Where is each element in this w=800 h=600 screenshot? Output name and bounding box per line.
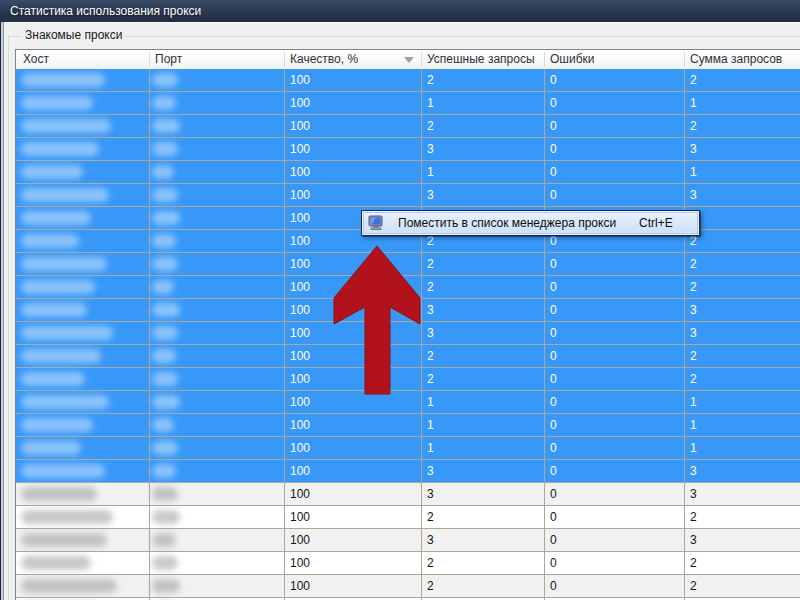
cell-quality: 100 bbox=[290, 276, 310, 298]
grid-vline bbox=[284, 69, 285, 600]
cell-success: 2 bbox=[427, 69, 434, 91]
table-row[interactable]: 100202 bbox=[16, 575, 800, 598]
cell-errors: 0 bbox=[550, 161, 557, 183]
table-row[interactable]: 100101 bbox=[16, 92, 800, 115]
cell-quality: 100 bbox=[290, 391, 310, 413]
port-redacted bbox=[152, 510, 180, 524]
cell-errors: 0 bbox=[550, 345, 557, 367]
table-row[interactable]: 100101 bbox=[16, 161, 800, 184]
host-redacted bbox=[21, 464, 105, 478]
cell-errors: 0 bbox=[550, 483, 557, 505]
context-menu: Поместить в список менеджера прокси Ctrl… bbox=[361, 210, 700, 236]
host-redacted bbox=[21, 96, 93, 110]
cell-quality: 100 bbox=[290, 322, 310, 344]
table-row[interactable]: 100303 bbox=[16, 322, 800, 345]
cell-total: 1 bbox=[690, 437, 697, 459]
cell-success: 1 bbox=[427, 437, 434, 459]
cell-success: 3 bbox=[427, 529, 434, 551]
host-redacted bbox=[21, 142, 99, 156]
host-redacted bbox=[21, 280, 95, 294]
cell-quality: 100 bbox=[290, 529, 310, 551]
header-cell-port[interactable]: Порт bbox=[155, 50, 284, 68]
table-row[interactable]: 100303 bbox=[16, 483, 800, 506]
header-cell-errors[interactable]: Ошибки bbox=[550, 50, 684, 68]
port-redacted bbox=[152, 418, 174, 432]
header-cell-host[interactable]: Хост bbox=[23, 50, 149, 68]
table-body: 1002021001011002021003031001011003031002… bbox=[16, 69, 800, 600]
port-redacted bbox=[152, 211, 180, 225]
table-row[interactable]: 100202 bbox=[16, 115, 800, 138]
cell-total: 3 bbox=[690, 184, 697, 206]
header-cell-success[interactable]: Успешные запросы bbox=[427, 50, 544, 68]
cell-success: 3 bbox=[427, 483, 434, 505]
cell-errors: 0 bbox=[550, 575, 557, 597]
cell-success: 2 bbox=[427, 552, 434, 574]
table-row[interactable]: 100101 bbox=[16, 437, 800, 460]
cell-success: 1 bbox=[427, 161, 434, 183]
cell-total: 1 bbox=[690, 92, 697, 114]
table-row[interactable]: 100303 bbox=[16, 529, 800, 552]
header-cell-total[interactable]: Сумма запросов bbox=[690, 50, 800, 68]
header-cell-quality[interactable]: Качество, % bbox=[290, 50, 421, 68]
cell-errors: 0 bbox=[550, 529, 557, 551]
port-redacted bbox=[152, 142, 178, 156]
cell-total: 3 bbox=[690, 299, 697, 321]
host-redacted bbox=[21, 579, 117, 593]
computer-icon bbox=[368, 215, 384, 231]
table-row[interactable]: 100202 bbox=[16, 368, 800, 391]
cell-quality: 100 bbox=[290, 115, 310, 137]
host-redacted bbox=[21, 395, 109, 409]
table-row[interactable]: 100303 bbox=[16, 299, 800, 322]
host-redacted bbox=[21, 556, 91, 570]
cell-errors: 0 bbox=[550, 414, 557, 436]
cell-errors: 0 bbox=[550, 253, 557, 275]
cell-quality: 100 bbox=[290, 575, 310, 597]
port-redacted bbox=[152, 326, 178, 340]
table-row[interactable]: 100303 bbox=[16, 460, 800, 483]
port-redacted bbox=[152, 487, 178, 501]
header-separator bbox=[544, 52, 545, 67]
table-row[interactable]: 100303 bbox=[16, 184, 800, 207]
sort-desc-icon bbox=[404, 57, 414, 63]
table-row[interactable]: 100202 bbox=[16, 506, 800, 529]
cell-quality: 100 bbox=[290, 299, 310, 321]
host-redacted bbox=[21, 165, 83, 179]
table-row[interactable]: 100202 bbox=[16, 69, 800, 92]
table-row[interactable]: 100303 bbox=[16, 138, 800, 161]
grid-vline bbox=[684, 69, 685, 600]
cell-quality: 100 bbox=[290, 230, 310, 252]
port-redacted bbox=[152, 464, 176, 478]
cell-errors: 0 bbox=[550, 506, 557, 528]
window-titlebar[interactable]: Статистика использования прокси bbox=[0, 0, 800, 23]
cell-success: 1 bbox=[427, 92, 434, 114]
host-redacted bbox=[21, 119, 111, 133]
cell-quality: 100 bbox=[290, 368, 310, 390]
cell-quality: 100 bbox=[290, 345, 310, 367]
table-row[interactable]: 100101 bbox=[16, 414, 800, 437]
cell-total: 2 bbox=[690, 506, 697, 528]
cell-quality: 100 bbox=[290, 552, 310, 574]
cell-total: 2 bbox=[690, 552, 697, 574]
table-row[interactable]: 100202 bbox=[16, 552, 800, 575]
table-row[interactable]: 100101 bbox=[16, 391, 800, 414]
cell-errors: 0 bbox=[550, 299, 557, 321]
cell-total: 1 bbox=[690, 414, 697, 436]
cell-quality: 100 bbox=[290, 253, 310, 275]
cell-quality: 100 bbox=[290, 483, 310, 505]
table-row[interactable]: 100202 bbox=[16, 276, 800, 299]
cell-total: 3 bbox=[690, 138, 697, 160]
host-redacted bbox=[21, 234, 79, 248]
cell-errors: 0 bbox=[550, 460, 557, 482]
host-redacted bbox=[21, 372, 85, 386]
cell-quality: 100 bbox=[290, 69, 310, 91]
table-row[interactable]: 100202 bbox=[16, 345, 800, 368]
context-menu-item-add-to-manager[interactable]: Поместить в список менеджера прокси Ctrl… bbox=[363, 212, 698, 234]
host-redacted bbox=[21, 326, 113, 340]
table-row[interactable]: 100202 bbox=[16, 253, 800, 276]
cell-total: 3 bbox=[690, 483, 697, 505]
port-redacted bbox=[152, 372, 178, 386]
context-menu-shortcut: Ctrl+E bbox=[639, 216, 673, 230]
port-redacted bbox=[152, 188, 178, 202]
host-redacted bbox=[21, 303, 87, 317]
cell-errors: 0 bbox=[550, 92, 557, 114]
